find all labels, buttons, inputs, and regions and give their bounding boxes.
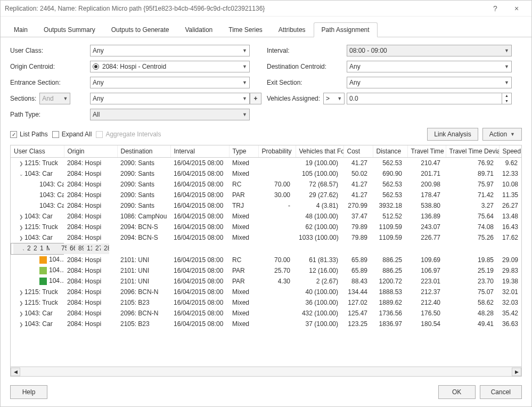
- vehicles-op-select[interactable]: >▼: [323, 93, 345, 104]
- tab-main[interactable]: Main: [6, 22, 36, 37]
- action-button[interactable]: Action▼: [482, 128, 522, 141]
- chevron-down-icon: ▼: [242, 96, 247, 101]
- expand-icon[interactable]: ❯: [18, 322, 24, 327]
- list-paths-checkbox[interactable]: ✓: [10, 131, 17, 138]
- col-origin[interactable]: Origin: [64, 145, 117, 158]
- expand-icon[interactable]: ❯: [18, 235, 24, 241]
- scroll-right-icon[interactable]: ▶: [512, 368, 521, 376]
- chevron-down-icon: ▼: [504, 48, 509, 53]
- tab-attributes[interactable]: Attributes: [271, 22, 314, 37]
- sections-op-select[interactable]: And▼: [39, 93, 70, 104]
- table-row[interactable]: ❯1215: Truck2084: Hospi2090: Sants16/04/…: [11, 158, 521, 168]
- aggregate-checkbox: [96, 131, 103, 138]
- col-user-class[interactable]: User Class: [11, 145, 64, 158]
- help-icon[interactable]: ?: [485, 4, 506, 13]
- entrance-section-select[interactable]: Any▼: [90, 77, 250, 88]
- chevron-down-icon: ▼: [242, 80, 247, 85]
- titlebar: Replication: 2464, Name: Replication Mic…: [1, 1, 531, 17]
- col-vehicles[interactable]: Vehicles that Fo: [296, 145, 343, 158]
- expand-icon[interactable]: ⌄: [18, 172, 24, 177]
- table-row[interactable]: 104…2084: Hospi2101: UNI16/04/2015 08:00…: [11, 265, 521, 276]
- table-row[interactable]: ❯1043: Car2084: Hospi2105: B2316/04/2015…: [11, 319, 521, 329]
- ok-button[interactable]: OK: [438, 385, 476, 399]
- col-speed[interactable]: Speed: [499, 145, 521, 158]
- table-row[interactable]: ⌄1043: Car2084: Hospi2090: Sants16/04/20…: [11, 168, 521, 179]
- origin-centroid-select[interactable]: 2084: Hospi - Centroid▼: [90, 61, 250, 72]
- origin-centroid-label: Origin Centroid:: [10, 63, 90, 70]
- color-swatch: [39, 267, 47, 274]
- exit-section-select[interactable]: Any▼: [347, 77, 512, 88]
- chevron-down-icon: ▼: [242, 112, 247, 117]
- color-swatch: [39, 256, 47, 264]
- chevron-down-icon: ▼: [504, 80, 509, 85]
- cancel-button[interactable]: Cancel: [480, 385, 522, 399]
- col-type[interactable]: Type: [229, 145, 258, 158]
- col-travel-time[interactable]: Travel Time: [407, 145, 446, 158]
- tab-time-series[interactable]: Time Series: [220, 22, 271, 37]
- table-row[interactable]: 1043: Car2084: Hospi2090: Sants16/04/201…: [11, 179, 521, 190]
- sections-label: Sections:: [10, 95, 36, 102]
- interval-select[interactable]: 08:00 - 09:00▼: [347, 45, 512, 56]
- tab-outputs-summary[interactable]: Outputs Summary: [36, 22, 103, 37]
- tab-validation[interactable]: Validation: [177, 22, 220, 37]
- table-row[interactable]: ❯1043: Car2084: Hospi2096: BCN-N16/04/20…: [11, 308, 521, 319]
- expand-icon[interactable]: ❯: [18, 300, 24, 306]
- expand-icon[interactable]: ❯: [18, 214, 24, 219]
- exit-section-label: Exit Section:: [267, 79, 347, 86]
- close-icon[interactable]: ×: [506, 4, 527, 13]
- window-title: Replication: 2464, Name: Replication Mic…: [5, 5, 485, 12]
- table-row[interactable]: 1043: Car2084: Hospi2090: Sants16/04/201…: [11, 200, 521, 211]
- filters: User Class: Any▼ Interval: 08:00 - 09:00…: [10, 45, 522, 120]
- col-cost[interactable]: Cost: [343, 145, 373, 158]
- color-swatch: [39, 278, 47, 285]
- table-row[interactable]: ❯1043: Car2084: Hospi2094: BCN-S16/04/20…: [11, 232, 521, 243]
- table-row[interactable]: ❯1043: Car2084: Hospi1086: CampNou16/04/…: [11, 211, 521, 222]
- col-destination[interactable]: Destination: [117, 145, 170, 158]
- chevron-down-icon: ▼: [510, 132, 515, 137]
- interval-label: Interval:: [267, 47, 347, 54]
- radio-icon: [93, 63, 99, 70]
- path-type-select[interactable]: All▼: [90, 109, 250, 120]
- vehicles-assigned-label: Vehicles Assigned:: [267, 95, 320, 102]
- sections-select[interactable]: Any▼: [90, 93, 250, 104]
- col-distance[interactable]: Distance: [373, 145, 407, 158]
- chevron-down-icon: ▼: [63, 96, 68, 101]
- table-row[interactable]: ❯1215: Truck2084: Hospi2105: B2316/04/20…: [11, 297, 521, 308]
- expand-icon[interactable]: ❯: [18, 290, 24, 295]
- table-row[interactable]: ⌄1043: Car2084: Hospi2101: UNI16/04/2015…: [11, 243, 64, 255]
- tab-outputs-generate[interactable]: Outputs to Generate: [103, 22, 177, 37]
- table-row[interactable]: ❯1215: Truck2084: Hospi2096: BCN-N16/04/…: [11, 287, 521, 297]
- table-row[interactable]: 104…2084: Hospi2101: UNI16/04/2015 08:00…: [11, 276, 521, 287]
- chevron-down-icon: ▼: [242, 48, 247, 53]
- scroll-left-icon[interactable]: ◀: [11, 368, 20, 376]
- aggregate-label: Aggregate Intervals: [105, 131, 161, 138]
- expand-icon[interactable]: ❯: [18, 225, 24, 230]
- spin-down-icon[interactable]: ▼: [502, 99, 511, 104]
- path-type-label: Path Type:: [10, 111, 90, 118]
- help-button[interactable]: Help: [10, 385, 47, 399]
- link-analysis-button[interactable]: Link Analysis: [427, 128, 478, 141]
- entrance-section-label: Entrance Section:: [10, 79, 90, 86]
- tabs: Main Outputs Summary Outputs to Generate…: [1, 22, 531, 37]
- tab-path-assignment[interactable]: Path Assignment: [314, 22, 378, 37]
- user-class-select[interactable]: Any▼: [90, 45, 250, 56]
- vehicles-assigned-input[interactable]: 0.0▲▼: [347, 93, 512, 104]
- dest-centroid-select[interactable]: Any▼: [347, 61, 512, 72]
- spin-up-icon[interactable]: ▲: [502, 93, 511, 99]
- col-interval[interactable]: Interval: [170, 145, 229, 158]
- expand-icon[interactable]: ❯: [18, 311, 24, 316]
- expand-all-checkbox[interactable]: [52, 131, 59, 138]
- table-row[interactable]: 1043: Car2084: Hospi2090: Sants16/04/201…: [11, 190, 521, 200]
- horizontal-scrollbar[interactable]: ◀ ▶: [11, 367, 521, 376]
- table-row[interactable]: ❯1215: Truck2084: Hospi2094: BCN-S16/04/…: [11, 222, 521, 232]
- expand-icon[interactable]: ❯: [18, 161, 24, 166]
- add-section-button[interactable]: +: [250, 93, 261, 104]
- chevron-down-icon: ▼: [337, 96, 342, 101]
- user-class-label: User Class:: [10, 47, 90, 54]
- chevron-down-icon: ▼: [242, 64, 247, 69]
- col-probability[interactable]: Probability: [258, 145, 296, 158]
- col-tt-dev[interactable]: Travel Time Devia: [446, 145, 499, 158]
- expand-all-label: Expand All: [62, 131, 92, 138]
- paths-table: User Class Origin Destination Interval T…: [10, 145, 522, 377]
- table-row[interactable]: 104…2084: Hospi2101: UNI16/04/2015 08:00…: [11, 255, 521, 265]
